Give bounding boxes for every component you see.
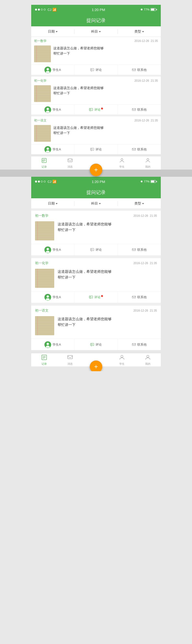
card-0-student[interactable]: 学生A	[31, 65, 74, 75]
filter-date-1[interactable]: 日期	[31, 26, 74, 37]
nav-item-student-2[interactable]: 学生	[109, 354, 135, 366]
card-a-avatar	[44, 246, 51, 253]
status-bar-2: CJ 📶 1:20 PM ✱ 77%	[31, 177, 161, 186]
filter-type-label-2: 类型	[134, 202, 141, 206]
nav-label-record-2: 记录	[42, 362, 47, 366]
nav-item-message-2[interactable]: 消息	[57, 354, 83, 366]
message-icon-a	[132, 248, 136, 252]
card-a-thumbnail	[35, 221, 54, 240]
filter-subject-label-2: 科目	[91, 202, 98, 206]
card-b-student[interactable]: 学生A	[31, 292, 74, 303]
signal-dot-2-4	[44, 180, 46, 182]
card-2-footer: 学生A 评论 联系他	[31, 144, 161, 154]
card-1-header: 初一化学 2016-12-26 21:35	[31, 77, 161, 84]
card-2-comment[interactable]: 评论	[74, 144, 118, 154]
card-2-comment-label: 评论	[95, 147, 102, 152]
mine-nav-icon-1	[145, 158, 151, 164]
card-2-text: 这道题该怎么做，希望老师您能够 帮忙讲一下	[53, 125, 158, 136]
nav-item-record-1[interactable]: 记录	[31, 158, 57, 168]
nav-label-message-1: 消息	[67, 165, 73, 168]
card-list-1: 初一数学 2016-12-26 21:35 这道题该怎么做，希望老师您能够 帮忙…	[31, 37, 161, 154]
nav-label-mine-1: 我的	[145, 165, 150, 168]
card-1-comment-label: 评论	[94, 108, 101, 112]
filter-type-chevron-2	[142, 203, 144, 204]
message-icon-c	[132, 343, 136, 346]
fab-button-1[interactable]: +	[90, 164, 102, 176]
message-icon-b	[132, 295, 136, 299]
phone-1: CJ 📶 1:20 PM ✱ 77% 提问记录 日期 科目 类型	[31, 0, 161, 170]
nav-item-message-1[interactable]: 消息	[57, 158, 83, 168]
nav-item-record-2[interactable]: 记录	[31, 354, 57, 366]
avatar-icon-0	[45, 67, 51, 73]
nav-item-student-1[interactable]: 学生	[109, 158, 135, 168]
card-0-comment[interactable]: 评论	[74, 65, 118, 75]
card-a-contact-label: 联系他	[137, 248, 147, 252]
nav-item-mine-1[interactable]: 我的	[135, 158, 161, 168]
carrier-icons-2: CJ 📶	[35, 180, 56, 184]
svg-rect-55	[132, 344, 136, 346]
record-icon-2	[41, 354, 47, 362]
card-0-student-name: 学生A	[53, 68, 61, 72]
card-1-student-name: 学生A	[53, 108, 61, 112]
card-1-contact[interactable]: 联系他	[118, 105, 161, 114]
nav-label-record-1: 记录	[42, 165, 47, 168]
card-a-body: 这道题该怎么做，希望老师您能够 帮忙讲一下	[31, 220, 161, 244]
card-1-comment[interactable]: 评论	[74, 105, 118, 114]
filter-date-label-1: 日期	[48, 30, 55, 34]
comment-icon-a	[90, 248, 94, 252]
card-a-comment[interactable]: 评论	[74, 244, 118, 255]
card-b-comment[interactable]: 评论	[74, 292, 118, 303]
svg-point-9	[47, 108, 49, 110]
fab-plus-icon-2: +	[94, 363, 98, 370]
notification-dot-b	[101, 295, 103, 297]
wifi-icon: 📶	[52, 8, 56, 12]
card-a-student[interactable]: 学生A	[31, 244, 74, 255]
filter-date-2[interactable]: 日期	[31, 198, 74, 208]
card-c-text: 这道题该怎么做，希望老师您能够 帮忙讲一下	[58, 316, 157, 328]
filter-subject-1[interactable]: 科目	[74, 26, 117, 37]
card-0-contact[interactable]: 联系他	[118, 65, 161, 75]
card-2-contact[interactable]: 联系他	[118, 144, 161, 154]
carrier-icons: CJ 📶	[35, 8, 56, 12]
nav-label-mine-2: 我的	[145, 362, 150, 366]
card-b-contact[interactable]: 联系他	[118, 292, 161, 303]
card-1-footer: 学生A 评论 联系他	[31, 104, 161, 114]
card-a-contact[interactable]: 联系他	[118, 244, 161, 255]
filter-subject-chevron-2	[99, 203, 101, 204]
card-c-student[interactable]: 学生A	[31, 339, 74, 350]
mine-nav-icon-2	[145, 354, 151, 362]
card-a-text: 这道题该怎么做，希望老师您能够 帮忙讲一下	[58, 221, 157, 233]
bluetooth-icon-2: ✱	[140, 180, 143, 183]
bluetooth-icon: ✱	[140, 8, 143, 11]
status-bar-1: CJ 📶 1:20 PM ✱ 77%	[31, 5, 161, 14]
card-c-footer: 学生A 评论 联系他	[31, 339, 161, 350]
card-c-subject: 初一语文	[35, 308, 48, 313]
message-nav-icon-1	[67, 158, 73, 164]
card-list-2: 初一数学 2016-12-26 21:35 这道题该怎么做，希望老师您能够 帮忙…	[31, 209, 161, 350]
card-1-body: 这道题该怎么做，希望老师您能够 帮忙讲一下	[31, 84, 161, 104]
fab-button-2[interactable]: +	[90, 360, 102, 372]
card-b-comment-label: 评论	[94, 295, 101, 299]
filter-type-2[interactable]: 类型	[118, 198, 161, 208]
svg-marker-6	[91, 71, 92, 72]
svg-rect-23	[132, 148, 136, 150]
svg-rect-11	[89, 108, 93, 111]
card-2-header: 初一语文 2016-12-26 21:35	[31, 116, 161, 124]
card-c-body: 这道题该怎么做，希望老师您能够 帮忙讲一下	[31, 315, 161, 339]
card-c-contact[interactable]: 联系他	[118, 339, 161, 350]
card-1-student[interactable]: 学生A	[31, 105, 74, 114]
battery-indicator-2	[150, 180, 157, 183]
card-b-datetime: 2016-12-26 21:35	[133, 262, 157, 265]
card-2-contact-label: 联系他	[137, 147, 147, 152]
card-c-comment[interactable]: 评论	[74, 339, 118, 350]
battery-pct-2: 77%	[144, 180, 150, 183]
card-b-avatar	[44, 294, 51, 300]
card-0-comment-label: 评论	[95, 68, 102, 72]
card-2-datetime: 2016-12-26 21:35	[134, 119, 158, 122]
comment-icon-0	[90, 68, 94, 72]
card-2-student[interactable]: 学生A	[31, 144, 74, 154]
filter-subject-2[interactable]: 科目	[74, 198, 117, 208]
filter-type-1[interactable]: 类型	[118, 26, 161, 37]
nav-item-mine-2[interactable]: 我的	[135, 354, 161, 366]
card-1-avatar	[44, 106, 51, 113]
